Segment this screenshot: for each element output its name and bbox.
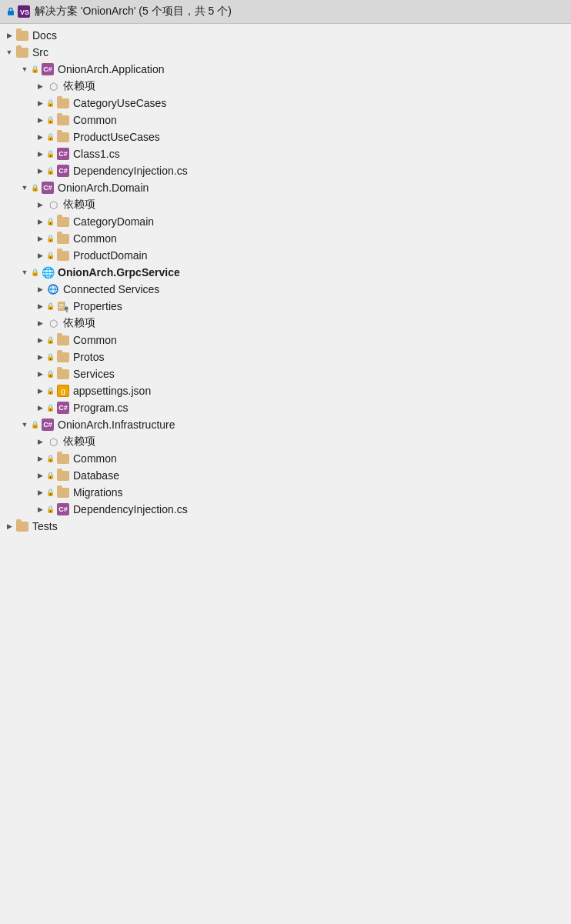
lock-icon-app-class1: 🔒 — [46, 150, 55, 158]
tree-item-domain-productdomain[interactable]: 🔒 ProductDomain — [0, 247, 571, 264]
folder-icon-domain-common — [56, 232, 70, 245]
tree-item-grpc-common[interactable]: 🔒 Common — [0, 332, 571, 349]
item-label-infra-common: Common — [73, 452, 117, 465]
expand-arrow-grpc[interactable] — [18, 266, 31, 279]
item-label-grpc-services: Services — [73, 368, 115, 380]
expand-arrow-domain-common[interactable] — [34, 232, 46, 245]
folder-icon-app-categoryusecases — [56, 96, 70, 110]
csharp-icon-app-di: C# — [56, 164, 70, 178]
tree-item-app-categoryusecases[interactable]: 🔒 CategoryUseCases — [0, 95, 571, 112]
expand-arrow-grpc-deps[interactable] — [34, 317, 46, 329]
expand-arrow-grpc-appsettings[interactable] — [34, 385, 46, 397]
tree-item-app-productusecases[interactable]: 🔒 ProductUseCases — [0, 128, 571, 145]
item-label-app-di: DependencyInjection.cs — [73, 165, 188, 177]
svg-point-6 — [64, 306, 68, 311]
expand-arrow-grpc-properties[interactable] — [34, 300, 46, 312]
tree-item-infra[interactable]: 🔒 C# OnionArch.Infrastructure — [0, 416, 571, 433]
expand-arrow-src[interactable] — [3, 46, 15, 58]
connected-icon-grpc — [46, 282, 60, 296]
expand-arrow-infra-migrations[interactable] — [34, 486, 46, 499]
tree-item-infra-di[interactable]: 🔒 C# DependencyInjection.cs — [0, 501, 571, 518]
tree-item-infra-database[interactable]: 🔒 Database — [0, 467, 571, 484]
folder-icon-infra-migrations — [56, 485, 70, 499]
expand-arrow-domain[interactable] — [18, 182, 31, 194]
csharp-icon-infra-di: C# — [56, 502, 70, 516]
item-label-domain-productdomain: ProductDomain — [73, 249, 148, 262]
globe-icon-grpc: 🌐 — [41, 265, 55, 279]
expand-arrow-app-di[interactable] — [34, 165, 46, 177]
item-label-domain-deps: 依赖项 — [63, 198, 95, 212]
svg-line-7 — [66, 311, 68, 312]
item-label-grpc-deps: 依赖项 — [63, 316, 95, 330]
tree-item-grpc-protos[interactable]: 🔒 Protos — [0, 349, 571, 365]
expand-arrow-infra-common[interactable] — [34, 452, 46, 465]
tree-item-domain[interactable]: 🔒 C# OnionArch.Domain — [0, 179, 571, 196]
tree-item-grpc-appsettings[interactable]: 🔒 {} appsettings.json — [0, 382, 571, 399]
expand-arrow-grpc-common[interactable] — [34, 334, 46, 346]
lock-icon-infra-common: 🔒 — [46, 455, 55, 462]
folder-icon-infra-database — [56, 469, 70, 482]
lock-icon-infra-migrations: 🔒 — [46, 489, 55, 496]
tree-item-grpc-services[interactable]: 🔒 Services — [0, 365, 571, 382]
tree-item-app-common[interactable]: 🔒 Common — [0, 112, 571, 128]
dep-icon-infra: ⬡ — [46, 435, 60, 449]
expand-arrow-app-class1[interactable] — [34, 148, 46, 160]
expand-arrow-infra-di[interactable] — [34, 503, 46, 515]
expand-arrow-infra-database[interactable] — [34, 469, 46, 482]
expand-arrow-application[interactable] — [18, 63, 31, 75]
svg-rect-10 — [59, 307, 62, 308]
tree-item-tests[interactable]: Tests — [0, 518, 571, 535]
expand-arrow-app-productusecases[interactable] — [34, 131, 46, 143]
tree-item-grpc[interactable]: 🔒 🌐 OnionArch.GrpcService — [0, 264, 571, 281]
dep-icon-domain: ⬡ — [46, 198, 60, 212]
properties-icon-grpc — [56, 299, 70, 313]
tree-item-grpc-connected[interactable]: Connected Services — [0, 281, 571, 298]
lock-icon-domain-common: 🔒 — [46, 235, 55, 242]
lock-icon-domain-productdomain: 🔒 — [46, 252, 55, 259]
tree-item-infra-deps[interactable]: ⬡ 依赖项 — [0, 433, 571, 450]
csharp-icon-infra: C# — [41, 418, 55, 432]
expand-arrow-grpc-connected[interactable] — [34, 283, 46, 295]
lock-icon-app-common: 🔒 — [46, 116, 55, 124]
expand-arrow-grpc-program[interactable] — [34, 402, 46, 414]
expand-arrow-infra[interactable] — [18, 419, 31, 431]
item-label-grpc-properties: Properties — [73, 300, 122, 312]
tree-item-application[interactable]: 🔒 C# OnionArch.Application — [0, 61, 571, 78]
item-label-domain: OnionArch.Domain — [58, 182, 149, 194]
expand-arrow-docs[interactable] — [3, 29, 15, 42]
folder-icon-app-productusecases — [56, 130, 70, 144]
expand-arrow-app-deps[interactable] — [34, 80, 46, 92]
expand-arrow-tests[interactable] — [3, 520, 15, 532]
tree-item-src[interactable]: Src — [0, 44, 571, 61]
expand-arrow-grpc-services[interactable] — [34, 368, 46, 380]
lock-icon-grpc: 🔒 — [31, 269, 39, 276]
expand-arrow-app-common[interactable] — [34, 114, 46, 126]
folder-icon-domain-productdomain — [56, 249, 70, 262]
expand-arrow-domain-productdomain[interactable] — [34, 249, 46, 262]
csharp-icon-domain: C# — [41, 181, 55, 195]
expand-arrow-infra-deps[interactable] — [34, 435, 46, 448]
folder-icon-domain-categorydomain — [56, 215, 70, 228]
tree-item-app-class1[interactable]: 🔒 C# Class1.cs — [0, 145, 571, 162]
tree-item-docs[interactable]: Docs — [0, 27, 571, 44]
expand-arrow-app-categoryusecases[interactable] — [34, 97, 46, 109]
svg-rect-0 — [8, 11, 14, 15]
tree-item-domain-categorydomain[interactable]: 🔒 CategoryDomain — [0, 213, 571, 230]
lock-icon-grpc-properties: 🔒 — [46, 302, 55, 310]
tree-item-infra-common[interactable]: 🔒 Common — [0, 450, 571, 467]
tree-item-infra-migrations[interactable]: 🔒 Migrations — [0, 484, 571, 501]
tree-item-grpc-program[interactable]: 🔒 C# Program.cs — [0, 399, 571, 416]
expand-arrow-domain-deps[interactable] — [34, 198, 46, 211]
item-label-application: OnionArch.Application — [58, 63, 165, 75]
tree-item-grpc-properties[interactable]: 🔒 Properties — [0, 298, 571, 315]
tree-item-grpc-deps[interactable]: ⬡ 依赖项 — [0, 315, 571, 332]
folder-icon-grpc-services — [56, 367, 70, 381]
tree-item-domain-deps[interactable]: ⬡ 依赖项 — [0, 196, 571, 213]
tree-item-domain-common[interactable]: 🔒 Common — [0, 230, 571, 247]
tree-item-app-di[interactable]: 🔒 C# DependencyInjection.cs — [0, 162, 571, 179]
expand-arrow-domain-categorydomain[interactable] — [34, 215, 46, 228]
tree-item-app-deps[interactable]: ⬡ 依赖项 — [0, 78, 571, 95]
lock-icon-application: 🔒 — [31, 65, 39, 73]
folder-icon-src — [15, 45, 29, 59]
expand-arrow-grpc-protos[interactable] — [34, 351, 46, 363]
